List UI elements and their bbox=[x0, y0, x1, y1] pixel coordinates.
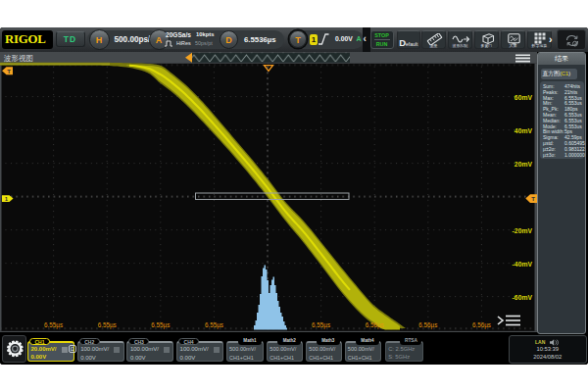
svg-text:6.55µs: 6.55µs bbox=[98, 321, 117, 329]
svg-text:-20mV: -20mV bbox=[513, 227, 533, 234]
svg-text:20mV: 20mV bbox=[514, 161, 533, 168]
svg-text:6.55µs: 6.55µs bbox=[205, 321, 223, 329]
svg-text:6.55µs: 6.55µs bbox=[44, 321, 63, 329]
svg-text:6.56µs: 6.56µs bbox=[472, 321, 491, 329]
svg-text:6.56µs: 6.56µs bbox=[418, 321, 437, 329]
svg-text:波形视图: 波形视图 bbox=[3, 54, 33, 63]
svg-text:-40mV: -40mV bbox=[513, 261, 533, 268]
svg-text:T: T bbox=[531, 196, 535, 202]
svg-text:60mV: 60mV bbox=[514, 94, 533, 101]
svg-text:6.55µs: 6.55µs bbox=[312, 321, 330, 329]
svg-text:6.56µs: 6.56µs bbox=[366, 321, 384, 329]
svg-text:6.55µs: 6.55µs bbox=[151, 321, 170, 329]
svg-text:40mV: 40mV bbox=[514, 127, 533, 134]
svg-text:T: T bbox=[7, 69, 11, 74]
svg-text:-60mV: -60mV bbox=[513, 294, 533, 301]
